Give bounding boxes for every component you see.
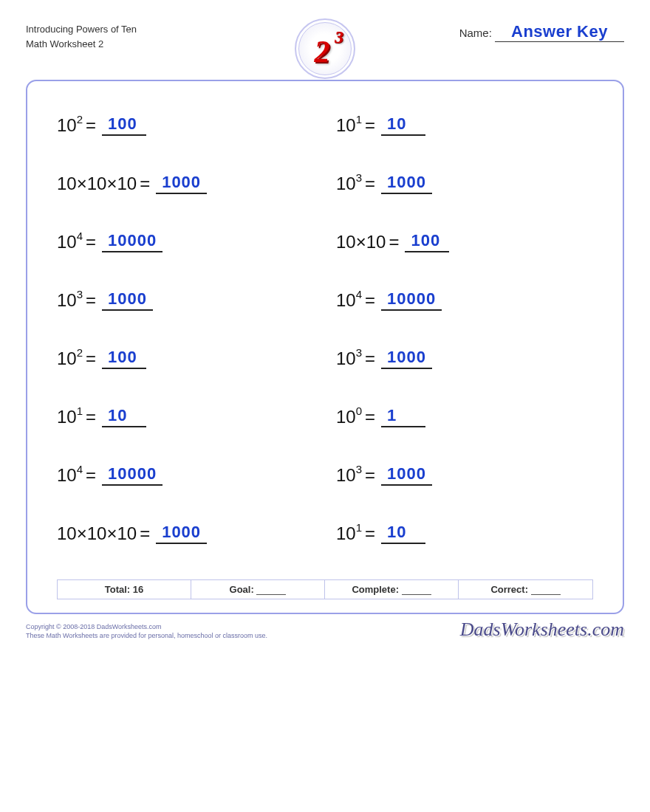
equals-sign: = [365, 348, 375, 369]
problem-answer: 1000 [156, 523, 207, 544]
problem-item: 104=10000 [336, 289, 593, 311]
problem-exponent: 2 [77, 113, 83, 125]
problem-item: 101=10 [336, 523, 593, 544]
problem-answer: 10 [102, 406, 146, 427]
problem-base: 101 [336, 523, 362, 544]
equals-sign: = [365, 173, 375, 194]
problem-exponent: 4 [77, 230, 83, 242]
equals-sign: = [140, 173, 150, 194]
problem-base: 101 [57, 406, 83, 427]
problem-answer: 1 [381, 406, 425, 427]
problem-answer: 10 [381, 523, 425, 544]
problem-answer: 1000 [381, 173, 432, 194]
problem-item: 101=10 [57, 406, 314, 427]
problem-item: 100=1 [336, 406, 593, 427]
problem-base: 103 [336, 464, 362, 486]
problem-base: 104 [57, 231, 83, 252]
title-line-1: Introducing Powers of Ten [26, 22, 137, 37]
problem-base: 102 [57, 348, 83, 369]
equals-sign: = [86, 407, 96, 427]
equals-sign: = [365, 523, 375, 544]
exponent-badge: 2 3 [295, 18, 355, 79]
problem-answer: 100 [405, 231, 449, 252]
page-header: Introducing Powers of Ten Math Worksheet… [26, 22, 624, 74]
equals-sign: = [140, 523, 150, 544]
problem-base: 100 [336, 406, 362, 427]
problem-answer: 1000 [381, 348, 432, 369]
problem-exponent: 1 [356, 113, 362, 125]
problem-base: 103 [57, 289, 83, 311]
name-field-block: Name: Answer Key [459, 22, 624, 42]
problem-answer: 100 [102, 114, 146, 136]
problem-item: 103=1000 [336, 464, 593, 486]
problem-exponent: 1 [356, 521, 362, 534]
title-line-2: Math Worksheet 2 [26, 37, 137, 52]
equals-sign: = [86, 290, 96, 311]
equals-sign: = [86, 115, 96, 136]
problem-exponent: 4 [356, 288, 362, 300]
problem-answer: 1000 [381, 464, 432, 486]
equals-sign: = [86, 232, 96, 252]
worksheet-frame: 102=100101=1010×10×10=1000103=1000104=10… [26, 80, 624, 614]
problem-exponent: 0 [356, 405, 362, 417]
problem-answer: 10 [381, 114, 425, 136]
badge-exponent: 3 [335, 27, 343, 47]
score-correct: Correct: [459, 580, 592, 599]
equals-sign: = [365, 290, 375, 311]
problem-expanded: 10×10×10 [57, 523, 137, 544]
problem-base: 101 [336, 114, 362, 136]
problem-answer: 100 [102, 348, 146, 369]
problem-base: 102 [57, 114, 83, 136]
equals-sign: = [365, 407, 375, 427]
equals-sign: = [86, 348, 96, 369]
score-goal: Goal: [191, 580, 325, 599]
brand-logo: DadsWorksheets.com [460, 619, 624, 641]
problems-grid: 102=100101=1010×10×10=1000103=1000104=10… [57, 114, 593, 544]
worksheet-title-block: Introducing Powers of Ten Math Worksheet… [26, 22, 137, 51]
copyright-text: Copyright © 2008-2018 DadsWorksheets.com [26, 622, 267, 632]
footer-text: Copyright © 2008-2018 DadsWorksheets.com… [26, 622, 267, 641]
problem-item: 10×10=100 [336, 231, 593, 252]
equals-sign: = [389, 232, 399, 252]
problem-base: 104 [336, 289, 362, 311]
problem-item: 103=1000 [57, 289, 314, 311]
footer-note: These Math Worksheets are provided for p… [26, 631, 267, 641]
badge-base: 2 [315, 34, 330, 69]
equals-sign: = [365, 465, 375, 486]
problem-item: 102=100 [57, 348, 314, 369]
problem-exponent: 3 [356, 171, 362, 184]
problem-answer: 10000 [102, 464, 162, 486]
problem-item: 104=10000 [57, 231, 314, 252]
score-complete: Complete: [325, 580, 459, 599]
problem-item: 104=10000 [57, 464, 314, 486]
problem-base: 104 [57, 464, 83, 486]
problem-answer: 10000 [102, 231, 162, 252]
problem-base: 103 [336, 173, 362, 194]
problem-expanded: 10×10×10 [57, 173, 137, 194]
equals-sign: = [86, 465, 96, 486]
name-value: Answer Key [495, 22, 624, 42]
name-label: Name: [459, 27, 492, 39]
problem-item: 102=100 [57, 114, 314, 136]
score-total: Total: 16 [58, 580, 191, 599]
problem-exponent: 1 [77, 405, 83, 417]
problem-exponent: 3 [356, 463, 362, 475]
problem-base: 103 [336, 348, 362, 369]
page-footer: Copyright © 2008-2018 DadsWorksheets.com… [26, 619, 624, 641]
problem-exponent: 3 [356, 346, 362, 359]
problem-exponent: 2 [77, 346, 83, 359]
problem-answer: 10000 [381, 289, 442, 311]
problem-item: 10×10×10=1000 [57, 523, 314, 544]
problem-answer: 1000 [156, 173, 207, 194]
problem-item: 10×10×10=1000 [57, 173, 314, 194]
problem-answer: 1000 [102, 289, 153, 311]
problem-expanded: 10×10 [336, 232, 386, 252]
score-row: Total: 16 Goal: Complete: Correct: [57, 579, 593, 599]
problem-item: 103=1000 [336, 348, 593, 369]
problem-exponent: 4 [77, 463, 83, 475]
problem-item: 101=10 [336, 114, 593, 136]
problem-item: 103=1000 [336, 173, 593, 194]
problem-exponent: 3 [77, 288, 83, 300]
equals-sign: = [365, 115, 375, 136]
